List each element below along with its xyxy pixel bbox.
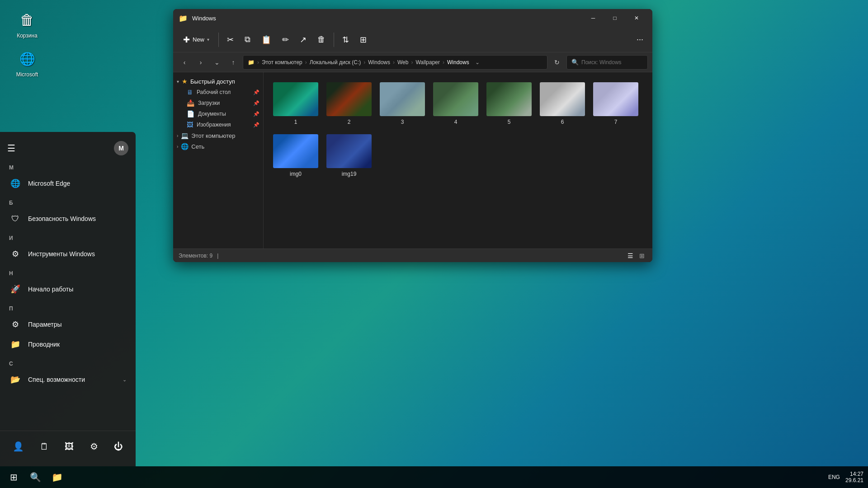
- thumbnail-6: [540, 82, 585, 116]
- sidebar-computer[interactable]: › 💻 Этот компьютер: [173, 130, 263, 141]
- taskbar-left: ⊞ 🔍 📁: [5, 468, 66, 486]
- start-item-settings[interactable]: ⚙ Параметры: [0, 314, 136, 334]
- taskbar-search-icon: 🔍: [30, 472, 41, 483]
- breadcrumb-web[interactable]: Web: [397, 59, 408, 66]
- start-bottom-power[interactable]: ⏻: [111, 438, 126, 455]
- settings-item-label: Параметры: [28, 321, 62, 328]
- new-chevron-icon: ▾: [207, 37, 209, 42]
- back-button[interactable]: ‹: [178, 56, 191, 69]
- file-label-img19: img19: [342, 171, 357, 177]
- copy-button[interactable]: ⧉: [240, 31, 255, 48]
- edge-image: 🌐: [16, 48, 38, 70]
- start-item-accessibility[interactable]: 📂 Спец. возможности ⌄: [0, 370, 136, 389]
- new-button[interactable]: ✚ New ▾: [178, 32, 215, 47]
- close-button[interactable]: ✕: [626, 11, 647, 25]
- start-button[interactable]: ⊞: [5, 468, 23, 486]
- thumbnail-1: [273, 82, 318, 116]
- sort-button[interactable]: ⇅: [338, 31, 354, 48]
- titlebar-folder-icon: 📁: [179, 14, 188, 23]
- window-title: Windows: [192, 15, 578, 22]
- grid-view-button[interactable]: ⊞: [637, 251, 647, 261]
- breadcrumb-disk[interactable]: Локальный диск (C:): [310, 59, 361, 66]
- images-pin-icon: 📌: [253, 122, 259, 128]
- edge-item-label: Microsoft Edge: [28, 180, 70, 187]
- more-options-button[interactable]: ···: [632, 31, 648, 48]
- rename-button[interactable]: ✏: [278, 31, 293, 48]
- start-bottom-notes[interactable]: 🗒: [37, 438, 52, 455]
- share-button[interactable]: ↗: [295, 31, 311, 48]
- dropdown-button[interactable]: ⌄: [210, 56, 224, 69]
- file-item-4[interactable]: 4: [431, 80, 481, 128]
- user-avatar[interactable]: M: [114, 141, 128, 155]
- path-expand-button[interactable]: ⌄: [472, 57, 483, 68]
- start-item-edge[interactable]: 🌐 Microsoft Edge: [0, 174, 136, 193]
- sidebar-desktop[interactable]: 🖥 Рабочий стол 📌: [173, 87, 263, 98]
- start-bottom-gallery[interactable]: 🖼: [62, 438, 76, 455]
- bottom-power-icon: ⏻: [114, 441, 123, 452]
- explorer-menu-icon: 📁: [9, 338, 22, 351]
- forward-button[interactable]: ›: [194, 56, 208, 69]
- explorer-content: ▾ ★ Быстрый доступ 🖥 Рабочий стол 📌 📥 За…: [173, 72, 652, 249]
- bottom-gallery-icon: 🖼: [65, 441, 74, 452]
- paste-button[interactable]: 📋: [257, 31, 276, 48]
- file-label-3: 3: [401, 119, 404, 125]
- file-item-3[interactable]: 3: [377, 80, 427, 128]
- documents-label: Документы: [198, 111, 226, 117]
- collapse-arrow-icon: ⌄: [123, 377, 127, 383]
- recycle-bin-icon[interactable]: 🗑 Корзина: [9, 9, 45, 39]
- bottom-settings-icon: ⚙: [90, 441, 98, 452]
- sidebar: ▾ ★ Быстрый доступ 🖥 Рабочий стол 📌 📥 За…: [173, 72, 264, 249]
- maximize-button[interactable]: □: [604, 11, 625, 25]
- window-controls: ─ □ ✕: [583, 11, 647, 25]
- section-letter-i: И: [0, 232, 136, 244]
- minimize-button[interactable]: ─: [583, 11, 604, 25]
- downloads-pin-icon: 📌: [253, 100, 259, 106]
- breadcrumb-computer[interactable]: Этот компьютер: [262, 59, 302, 66]
- taskbar-search-button[interactable]: 🔍: [26, 468, 44, 486]
- file-label-1: 1: [294, 119, 297, 125]
- downloads-folder-icon: 📥: [187, 99, 194, 107]
- microsoft-edge-icon[interactable]: 🌐 Microsoft: [9, 48, 45, 78]
- sidebar-images[interactable]: 🖼 Изображения 📌: [173, 119, 263, 130]
- sidebar-network[interactable]: › 🌐 Сеть: [173, 141, 263, 152]
- quick-access-expand-icon: ▾: [177, 79, 179, 84]
- view-options-button[interactable]: ⊞: [355, 31, 371, 48]
- file-label-img0: img0: [290, 171, 302, 177]
- up-button[interactable]: ↑: [226, 56, 240, 69]
- hamburger-menu-button[interactable]: ☰: [7, 143, 15, 154]
- list-view-button[interactable]: ☰: [625, 251, 635, 261]
- refresh-button[interactable]: ↻: [550, 56, 564, 69]
- start-item-start[interactable]: 🚀 Начало работы: [0, 279, 136, 299]
- file-item-7[interactable]: 7: [591, 80, 641, 128]
- explorer-item-label: Проводник: [28, 341, 60, 348]
- sep2: ›: [305, 59, 307, 66]
- breadcrumb-windows[interactable]: Windows: [368, 59, 390, 66]
- file-item-5[interactable]: 5: [484, 80, 534, 128]
- section-letter-m: М: [0, 162, 136, 174]
- delete-button[interactable]: 🗑: [313, 31, 330, 48]
- start-bottom-user[interactable]: 👤: [10, 438, 27, 455]
- settings-icon: ⚙: [9, 318, 22, 331]
- address-path[interactable]: 📁 › Этот компьютер › Локальный диск (C:)…: [243, 55, 547, 70]
- quick-access-header[interactable]: ▾ ★ Быстрый доступ: [173, 76, 263, 87]
- file-item-img0[interactable]: img0: [271, 131, 321, 180]
- cut-button[interactable]: ✂: [222, 31, 238, 48]
- file-item-2[interactable]: 2: [324, 80, 374, 128]
- security-item-label: Безопасность Windows: [28, 215, 96, 222]
- desktop-folder-icon: 🖥: [187, 89, 193, 96]
- breadcrumb-wallpaper[interactable]: Wallpaper: [415, 59, 440, 66]
- file-item-img19[interactable]: img19: [324, 131, 374, 180]
- clock: 14:27 29.6.21: [845, 471, 863, 483]
- start-bottom-settings[interactable]: ⚙: [87, 438, 101, 455]
- start-item-security[interactable]: 🛡 Безопасность Windows: [0, 209, 136, 229]
- start-item-explorer[interactable]: 📁 Проводник: [0, 334, 136, 354]
- start-item-tools[interactable]: ⚙ Инструменты Windows: [0, 244, 136, 264]
- sep3: ›: [363, 59, 365, 66]
- file-item-1[interactable]: 1: [271, 80, 321, 128]
- new-plus-icon: ✚: [183, 35, 190, 45]
- search-input[interactable]: [581, 59, 649, 66]
- sidebar-documents[interactable]: 📄 Документы 📌: [173, 108, 263, 119]
- file-item-6[interactable]: 6: [538, 80, 587, 128]
- taskbar-explorer-button[interactable]: 📁: [48, 468, 66, 486]
- sidebar-downloads[interactable]: 📥 Загрузки 📌: [173, 98, 263, 108]
